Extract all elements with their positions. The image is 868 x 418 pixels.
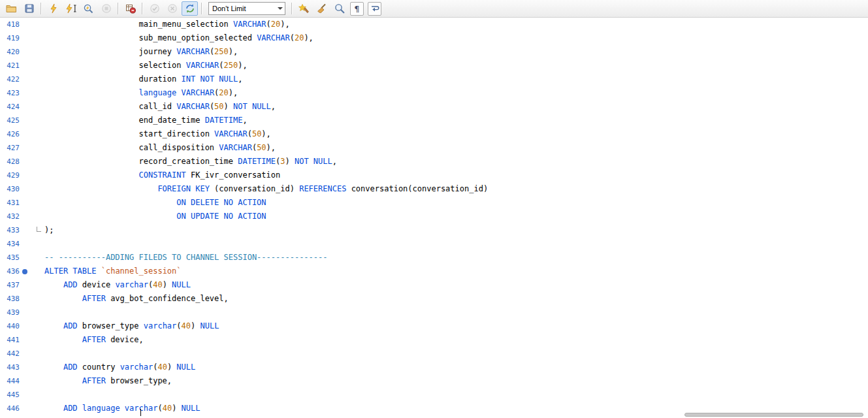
code-line[interactable]: 439: [0, 306, 868, 319]
token-p: );: [44, 225, 54, 234]
token-p: (: [266, 20, 271, 29]
toggle-word-wrap-button[interactable]: [368, 2, 381, 16]
toggle-invisible-characters-button[interactable]: ¶: [350, 2, 364, 16]
code-text: sub_menu_option_selected VARCHAR(20),: [42, 31, 313, 45]
token-k: VARCHAR: [233, 20, 266, 29]
fold-margin: [31, 100, 42, 114]
code-line[interactable]: 440 ADD browser_type varchar(40) NULL: [0, 319, 868, 333]
code-text: selection VARCHAR(250),: [42, 59, 248, 72]
find-panel-button[interactable]: [331, 1, 347, 16]
code-text: journey VARCHAR(250),: [42, 45, 238, 59]
code-line[interactable]: 418 main_menu_selection VARCHAR(20),: [0, 18, 868, 31]
code-line[interactable]: 444 AFTER browser_type,: [0, 374, 868, 388]
stop-icon: [101, 3, 112, 14]
sql-code-editor[interactable]: 418 main_menu_selection VARCHAR(20),419 …: [0, 18, 868, 417]
code-line[interactable]: 438 AFTER avg_bot_confidence_level,: [0, 292, 868, 306]
code-line[interactable]: 437 ADD device varchar(40) NULL: [0, 278, 868, 292]
code-text: ADD device varchar(40) NULL: [42, 278, 191, 292]
fold-margin: [31, 415, 42, 417]
marker-margin: [20, 374, 31, 388]
beautify-script-button[interactable]: [296, 1, 312, 16]
code-line[interactable]: 436ALTER TABLE `channel_session`: [0, 265, 868, 278]
code-line[interactable]: 429 CONSTRAINT FK_ivr_conversation: [0, 169, 868, 182]
toolbar-separator: [142, 3, 143, 14]
line-number: 433: [0, 223, 20, 237]
token-p: browser_type: [78, 321, 144, 330]
line-number: 427: [0, 141, 20, 155]
fold-margin: [31, 18, 42, 31]
code-line[interactable]: 433);: [0, 223, 868, 237]
code-line[interactable]: 419 sub_menu_option_selected VARCHAR(20)…: [0, 31, 868, 45]
code-line[interactable]: 445: [0, 388, 868, 402]
code-line[interactable]: 434: [0, 237, 868, 251]
toggle-stop-on-error-button[interactable]: [122, 1, 138, 16]
marker-margin: [20, 223, 31, 237]
line-number: 434: [0, 237, 20, 251]
marker-margin: [20, 306, 31, 319]
code-line[interactable]: 430 FOREIGN KEY (conversation_id) REFERE…: [0, 182, 868, 196]
open-script-button[interactable]: [3, 1, 20, 16]
code-line[interactable]: 443 ADD country varchar(40) NULL: [0, 361, 868, 374]
token-n: 250: [214, 47, 229, 56]
code-text: ADD language varchar(40) NULL: [42, 402, 200, 415]
token-k: varchar: [115, 280, 148, 289]
token-k: AFTER: [82, 294, 106, 303]
code-line[interactable]: 421 selection VARCHAR(250),: [0, 59, 868, 72]
code-text: ON UPDATE NO ACTION: [42, 210, 266, 223]
code-line[interactable]: 441 AFTER device,: [0, 333, 868, 347]
code-line[interactable]: 424 call_id VARCHAR(50) NOT NULL,: [0, 100, 868, 114]
line-number: 442: [0, 347, 20, 361]
marker-margin: [20, 415, 31, 417]
line-number: 421: [0, 59, 20, 72]
code-line[interactable]: 431 ON DELETE NO ACTION: [0, 196, 868, 210]
token-k: NULL: [176, 362, 195, 372]
toggle-autocommit-button[interactable]: [182, 1, 198, 16]
token-k: varchar: [144, 321, 177, 330]
token-p: avg_bot_confidence_level,: [106, 294, 229, 303]
code-line[interactable]: 427 call_disposition VARCHAR(50),: [0, 141, 868, 155]
token-p: ): [167, 362, 176, 372]
explain-statement-button[interactable]: [80, 1, 97, 16]
code-text: AFTER avg_bot_confidence_level,: [42, 292, 229, 306]
code-line[interactable]: 425 end_date_time DATETIME,: [0, 114, 868, 127]
code-line[interactable]: 435-- ----------ADDING FILEDS TO CHANNEL…: [0, 251, 868, 265]
token-k: varchar: [125, 404, 158, 413]
marker-margin: [20, 388, 31, 402]
clean-query-button[interactable]: [313, 1, 330, 16]
code-line[interactable]: 423 language VARCHAR(20),: [0, 86, 868, 100]
code-text: CONSTRAINT FK_ivr_conversation: [42, 169, 280, 182]
execute-current-statement-button[interactable]: [63, 1, 79, 16]
token-c: -- ----------ADDING FILEDS TO CHANNEL SE…: [44, 253, 327, 262]
marker-margin: [20, 155, 31, 169]
token-k: ADD: [63, 280, 78, 289]
chevron-down-icon[interactable]: [275, 3, 285, 14]
line-number: 446: [0, 402, 20, 415]
token-k: language: [82, 404, 120, 413]
execute-script-button[interactable]: [45, 1, 61, 16]
token-p: (: [176, 321, 181, 330]
code-line[interactable]: 426 start_direction VARCHAR(50),: [0, 127, 868, 141]
token-p: ),: [229, 88, 238, 97]
token-k: ADD: [63, 362, 78, 372]
limit-dropdown[interactable]: Don't Limit: [208, 2, 285, 15]
code-line[interactable]: 422 duration INT NOT NULL,: [0, 72, 868, 86]
fold-margin: [31, 374, 42, 388]
token-p: [96, 266, 101, 276]
save-script-button[interactable]: [21, 1, 37, 16]
line-number: 438: [0, 292, 20, 306]
token-p: ): [285, 157, 294, 166]
horizontal-scrollbar-thumb[interactable]: [684, 413, 863, 417]
marker-margin: [20, 333, 31, 347]
marker-margin: [20, 278, 31, 292]
code-line[interactable]: 428 record_creation_time DATETIME(3) NOT…: [0, 155, 868, 169]
code-line[interactable]: 420 journey VARCHAR(250),: [0, 45, 868, 59]
fold-margin: [31, 333, 42, 347]
sql-editor-toolbar: Don't Limit¶: [0, 0, 868, 18]
code-line[interactable]: 442: [0, 347, 868, 361]
fold-margin: [31, 210, 42, 223]
token-p: ): [163, 280, 172, 289]
code-text: ALTER TABLE `channel_session`: [42, 265, 182, 278]
marker-margin: [20, 210, 31, 223]
code-line[interactable]: 432 ON UPDATE NO ACTION: [0, 210, 868, 223]
token-p: [120, 404, 125, 413]
